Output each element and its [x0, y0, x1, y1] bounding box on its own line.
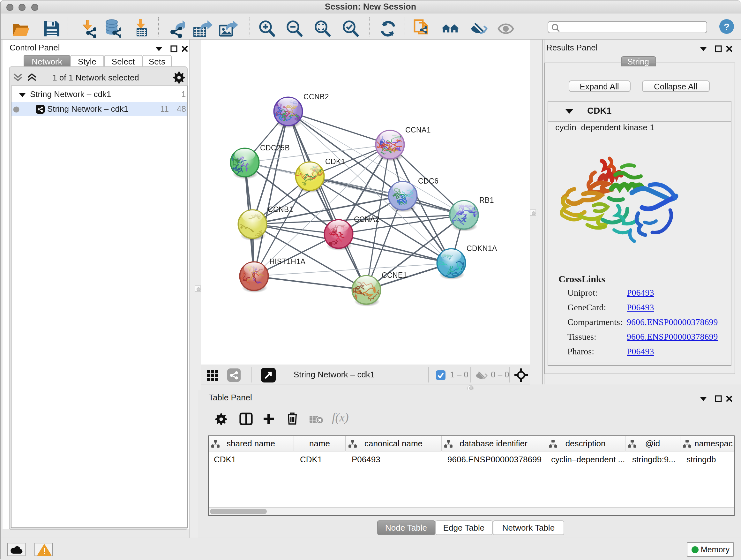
svg-text:RB1: RB1: [479, 196, 494, 204]
svg-text:CDK1: CDK1: [325, 158, 345, 166]
svg-text:CCNB2: CCNB2: [304, 92, 329, 101]
svg-text:CDKN1A: CDKN1A: [467, 244, 497, 253]
svg-text:CDC25B: CDC25B: [260, 144, 290, 152]
svg-text:CCNA2: CCNA2: [354, 215, 380, 224]
svg-text:CCNB1: CCNB1: [268, 205, 293, 213]
svg-text:CCNA1: CCNA1: [405, 126, 431, 134]
svg-text:CCNE1: CCNE1: [382, 271, 407, 279]
svg-text:CDC6: CDC6: [418, 177, 439, 185]
svg-text:HIST1H1A: HIST1H1A: [269, 257, 306, 266]
